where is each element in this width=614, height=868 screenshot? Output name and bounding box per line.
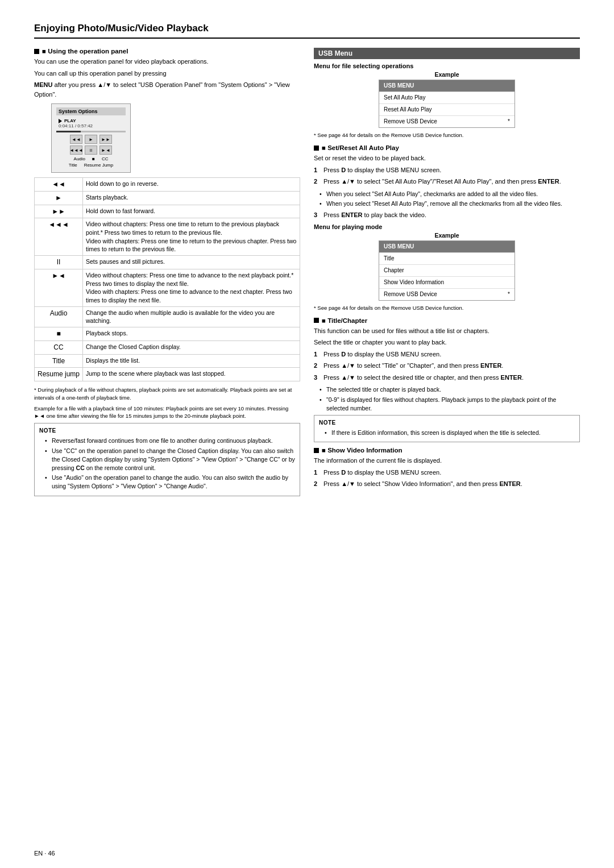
file-select-heading: Menu for file selecting operations <box>314 63 580 69</box>
black-square-icon-2 <box>314 146 319 151</box>
menu-row: Set All Auto Play <box>379 92 515 104</box>
next-btn[interactable]: ►◄ <box>99 146 112 155</box>
panel-buttons-row2: ◄◄◄ II ►◄ <box>56 146 126 155</box>
desc-cell: Jump to the scene where playback was las… <box>83 368 300 381</box>
list-item: 3Press ▲/▼ to select the desired title o… <box>314 373 580 383</box>
playing-menu-box: USB MENU Title Chapter Show Video Inform… <box>379 240 515 301</box>
black-square-icon <box>34 49 39 54</box>
menu-row: Show Video Information <box>379 277 515 289</box>
table-row: ►► Hold down to fast forward. <box>35 205 300 218</box>
key-cell: Title <box>35 354 83 368</box>
progress-bar <box>56 131 126 132</box>
title-chapter-bullets: The selected title or chapter is played … <box>314 385 580 412</box>
list-item: When you select "Set All Auto Play", che… <box>320 190 580 198</box>
set-reset-bullets: When you select "Set All Auto Play", che… <box>314 190 580 208</box>
example-label-1: Example <box>314 71 580 78</box>
menu-row-header-2: USB MENU <box>379 241 515 253</box>
footnote1: * During playback of a file without chap… <box>34 386 300 401</box>
list-item: If there is Edition information, this sc… <box>325 429 575 437</box>
usb-menu-title: USB Menu <box>314 48 580 59</box>
progress-fill <box>56 131 81 132</box>
prev-btn[interactable]: ◄◄◄ <box>70 146 82 155</box>
title-chapter-steps: 1Press D to display the USB MENU screen.… <box>314 350 580 383</box>
page: Enjoying Photo/Music/Video Playback ■ Us… <box>0 0 614 868</box>
table-row: ◄◄◄ Video without chapters: Press one ti… <box>35 218 300 256</box>
table-row: II Sets pauses and still pictures. <box>35 256 300 269</box>
playing-footnote: * See page 44 for details on the Remove … <box>314 304 580 312</box>
note-list-left: Reverse/fast forward continues from one … <box>39 437 295 490</box>
desc-cell: Sets pauses and still pictures. <box>83 256 300 269</box>
desc-cell: Video without chapters: Press one time t… <box>83 218 300 256</box>
list-item: 1Press D to display the USB MENU screen. <box>314 468 580 477</box>
desc-cell: Hold down to go in reverse. <box>83 178 300 192</box>
playing-mode-heading: Menu for playing mode <box>314 223 580 230</box>
list-item: 1Press D to display the USB MENU screen. <box>314 165 580 175</box>
set-reset-heading: ■ Set/Reset All Auto Play <box>314 144 580 151</box>
left-column: ■ Using the operation panel You can use … <box>34 48 300 501</box>
key-cell: II <box>35 256 83 269</box>
list-item: 2Press ▲/▼ to select "Set All Auto Play"… <box>314 177 580 186</box>
table-row: ■ Playback stops. <box>35 327 300 341</box>
table-row: CC Change the Closed Caption display. <box>35 340 300 354</box>
footnote2: Example for a file with a playback time … <box>34 405 300 420</box>
black-square-icon-3 <box>314 318 319 323</box>
table-row: ►◄ Video without chapters: Press one tim… <box>35 269 300 306</box>
example-label-2: Example <box>314 232 580 239</box>
panel-image-wrap: System Options PLAY 0:04:11 / 0:57:42 ◄◄… <box>51 103 300 173</box>
pause-btn[interactable]: II <box>85 146 97 155</box>
key-table: ◄◄ Hold down to go in reverse. ► Starts … <box>34 177 300 381</box>
list-item: Reverse/fast forward continues from one … <box>45 437 295 445</box>
play-btn[interactable]: ► <box>85 135 97 144</box>
key-cell: ►◄ <box>35 269 83 306</box>
list-item: Use "Audio" on the operation panel to ch… <box>45 474 295 490</box>
key-cell: ► <box>35 191 83 205</box>
play-icon <box>59 119 62 123</box>
page-title: Enjoying Photo/Music/Video Playback <box>34 23 580 39</box>
table-row: ◄◄ Hold down to go in reverse. <box>35 178 300 192</box>
panel-header: System Options <box>56 107 126 115</box>
list-item: The selected title or chapter is played … <box>320 385 580 394</box>
ffwd-btn[interactable]: ►► <box>99 135 112 144</box>
list-item: 1Press D to display the USB MENU screen. <box>314 350 580 359</box>
rewind-btn[interactable]: ◄◄ <box>70 135 82 144</box>
note-list-right: If there is Edition information, this sc… <box>319 429 575 437</box>
desc-cell: Playback stops. <box>83 327 300 341</box>
set-reset-steps: 1Press D to display the USB MENU screen.… <box>314 165 580 186</box>
list-item: "0-9" is displayed for files without cha… <box>320 396 580 412</box>
list-item: 2Press ▲/▼ to select "Title" or "Chapter… <box>314 361 580 371</box>
desc-cell: Displays the title list. <box>83 354 300 368</box>
key-cell: ◄◄◄ <box>35 218 83 256</box>
menu-row-remove-usb-2: Remove USB Device * <box>379 289 515 300</box>
show-video-steps: 1Press D to display the USB MENU screen.… <box>314 468 580 489</box>
note-box-left: NOTE Reverse/fast forward continues from… <box>34 423 300 496</box>
title-chapter-heading: ■ Title/Chapter <box>314 317 580 324</box>
black-square-icon-4 <box>314 448 319 453</box>
key-cell: ◄◄ <box>35 178 83 192</box>
panel-label-row2: Title Resume Jump <box>56 163 126 168</box>
file-select-section: Menu for file selecting operations Examp… <box>314 63 580 139</box>
desc-cell: Video without chapters: Press one time t… <box>83 269 300 306</box>
panel-label-row: Audio ■ CC <box>56 156 126 161</box>
key-cell: Audio <box>35 306 83 327</box>
note-box-right: NOTE If there is Edition information, th… <box>314 415 580 443</box>
table-row: ► Starts playback. <box>35 191 300 205</box>
operation-panel-heading: ■ Using the operation panel <box>34 48 300 55</box>
panel-image: System Options PLAY 0:04:11 / 0:57:42 ◄◄… <box>51 103 131 173</box>
key-cell: ■ <box>35 327 83 341</box>
right-column: USB Menu Menu for file selecting operati… <box>314 48 580 501</box>
list-item: 3Press ENTER to play back the video. <box>314 210 580 220</box>
desc-cell: Hold down to fast forward. <box>83 205 300 218</box>
list-item: Use "CC" on the operation panel to chang… <box>45 447 295 472</box>
menu-row: Reset All Auto Play <box>379 104 515 116</box>
menu-row: Title <box>379 253 515 265</box>
panel-buttons-row1: ◄◄ ► ►► <box>56 135 126 144</box>
list-item: When you select "Reset All Auto Play", r… <box>320 200 580 208</box>
key-cell: ►► <box>35 205 83 218</box>
table-row: Title Displays the title list. <box>35 354 300 368</box>
desc-cell: Change the audio when multiple audio is … <box>83 306 300 327</box>
table-row: Audio Change the audio when multiple aud… <box>35 306 300 327</box>
show-video-section: ■ Show Video Information The information… <box>314 447 580 489</box>
playing-mode-section: Menu for playing mode Example USB MENU T… <box>314 223 580 312</box>
desc-cell: Starts playback. <box>83 191 300 205</box>
menu-row-header: USB MENU <box>379 80 515 92</box>
